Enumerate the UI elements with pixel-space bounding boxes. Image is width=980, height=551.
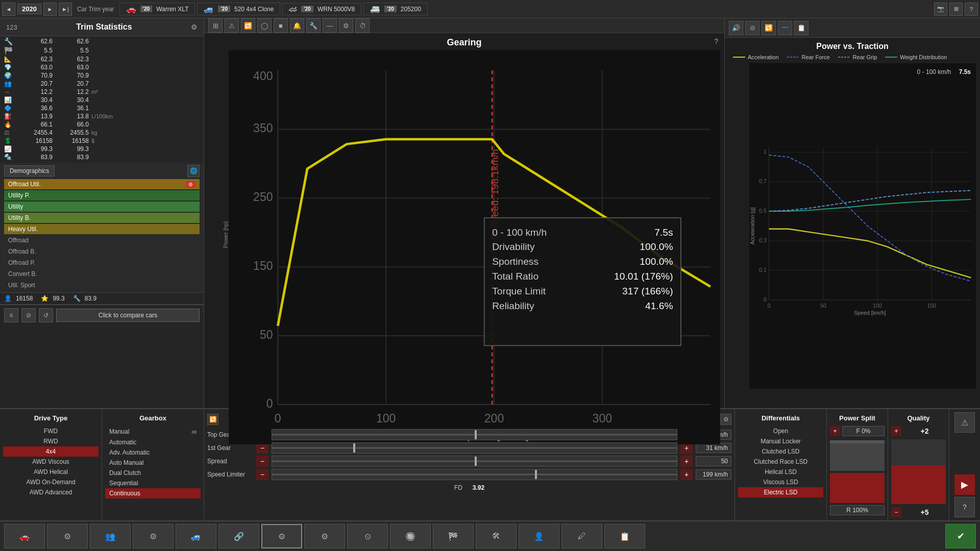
spread-slider[interactable]: [272, 456, 677, 467]
footer-btn-trim[interactable]: ⚙: [133, 524, 174, 548]
next-btn[interactable]: ►: [43, 3, 57, 16]
footer-btn-brakes[interactable]: 🏁: [433, 524, 474, 548]
layout-btn[interactable]: ⊞: [949, 3, 963, 16]
drive-awd-advanced[interactable]: AWD Advanced: [3, 487, 99, 497]
right-tb-3[interactable]: 🔁: [762, 21, 776, 35]
quality-bar: [891, 439, 946, 504]
no-action-btn[interactable]: ⊘: [21, 308, 36, 322]
top-gear-slider[interactable]: [272, 429, 677, 440]
center-tb-2[interactable]: ⚠: [225, 18, 239, 33]
car-2[interactable]: 🚙 '20 520 4x4 Clone: [197, 3, 280, 15]
footer-btn-drive[interactable]: ⚙: [261, 524, 302, 548]
footer-btn-gears[interactable]: ⚙: [304, 524, 345, 548]
stat-icon-0: 🔧: [4, 37, 16, 45]
quality-minus-bottom[interactable]: −: [891, 507, 901, 517]
demo-item-offroad[interactable]: Offroad: [4, 235, 200, 245]
footer-btn-interior[interactable]: 👤: [519, 524, 559, 548]
diff-clutched-race-lsd[interactable]: Clutched Race LSD: [738, 457, 823, 467]
diff-manual-locker[interactable]: Manual Locker: [738, 436, 823, 446]
footer-btn-engine[interactable]: ⚙: [47, 524, 88, 548]
gear-sequential[interactable]: Sequential: [105, 478, 201, 488]
stat-val1-14: 83.9: [17, 154, 53, 161]
footer-btn-car[interactable]: 🚗: [4, 524, 45, 548]
demo-item-offroad-util[interactable]: Offroad Util. ⚙: [4, 179, 200, 189]
demo-item-utility-b[interactable]: Utility B.: [4, 213, 200, 223]
gear-manual[interactable]: Manual ∞: [105, 426, 201, 437]
gear-auto-manual[interactable]: Auto Manual: [105, 458, 201, 468]
diff-open[interactable]: Open: [738, 426, 823, 436]
demo-item-utility[interactable]: Utility: [4, 202, 200, 212]
gear-automatic[interactable]: Automatic: [105, 437, 201, 447]
speed-limiter-minus[interactable]: −: [256, 469, 268, 480]
trim-title: Trim Statistics: [21, 22, 187, 32]
speed-limiter-slider[interactable]: [272, 469, 677, 480]
center-tb-7[interactable]: 🔧: [306, 18, 321, 33]
footer-btn-costs[interactable]: 📋: [604, 524, 645, 548]
drive-4x4[interactable]: 4x4: [3, 446, 99, 457]
demo-item-offroad-b[interactable]: Offroad B.: [4, 246, 200, 257]
compare-btn[interactable]: Click to compare cars: [56, 309, 200, 322]
drive-awd-viscous[interactable]: AWD Viscous: [3, 457, 99, 467]
diff-clutched-lsd[interactable]: Clutched LSD: [738, 446, 823, 457]
demo-item-heavy-util[interactable]: Heavy Util.: [4, 224, 200, 234]
year-display: 2020: [17, 4, 41, 14]
reset-action-btn[interactable]: ↺: [39, 308, 53, 322]
warning-icon-btn[interactable]: ⚠: [954, 412, 975, 433]
first-gear-slider[interactable]: [272, 442, 677, 454]
demo-item-utility-p[interactable]: Utility P.: [4, 190, 200, 201]
right-tb-1[interactable]: 🔊: [729, 21, 743, 35]
drive-awd-helical[interactable]: AWD Helical: [3, 467, 99, 477]
drive-awd-ondemand[interactable]: AWD On-Demand: [3, 477, 99, 487]
speed-limiter-plus[interactable]: +: [680, 469, 693, 480]
car-3[interactable]: 🏎 '20 WRN 5000V8: [282, 3, 361, 15]
right-tb-2[interactable]: ⊘: [745, 21, 760, 35]
screenshot-btn[interactable]: 📷: [934, 3, 947, 16]
demo-item-offroad-p[interactable]: Offroad P.: [4, 258, 200, 268]
gear-adv-automatic[interactable]: Adv. Automatic: [105, 447, 201, 458]
center-tb-9[interactable]: ⚙: [339, 18, 353, 33]
legend-acceleration: Acceleration: [733, 54, 779, 60]
footer-btn-tech[interactable]: 🖊: [561, 524, 602, 548]
drive-rwd[interactable]: RWD: [3, 436, 99, 446]
svg-text:Speed [km/h]: Speed [km/h]: [854, 310, 886, 316]
drive-fwd[interactable]: FWD: [3, 426, 99, 436]
prev-btn[interactable]: ◄: [2, 3, 15, 16]
diff-viscous-lsd[interactable]: Viscous LSD: [738, 477, 823, 487]
footer-btn-suspension[interactable]: 🔘: [390, 524, 431, 548]
center-tb-3[interactable]: 🔁: [241, 18, 255, 33]
right-tb-4[interactable]: 〰: [778, 21, 792, 35]
stat-row-7: 📊 30.4 30.4: [4, 96, 200, 104]
help-circle-btn[interactable]: ?: [954, 497, 975, 517]
center-tb-1[interactable]: ⊞: [208, 18, 223, 33]
nav-right-btn[interactable]: ▶: [954, 474, 975, 495]
gearing-help-btn[interactable]: ?: [714, 37, 718, 45]
footer-btn-wheels[interactable]: ⊙: [347, 524, 388, 548]
demo-item-convert-b[interactable]: Convert B.: [4, 269, 200, 279]
diff-helical-lsd[interactable]: Helical LSD: [738, 467, 823, 477]
center-tb-5[interactable]: ■: [274, 18, 288, 33]
quality-plus-top[interactable]: +: [891, 426, 901, 436]
next2-btn[interactable]: ►|: [59, 3, 72, 16]
globe-btn[interactable]: 🌐: [187, 165, 200, 177]
svg-text:0: 0: [768, 303, 771, 309]
diff-electric-lsd[interactable]: Electric LSD: [738, 487, 823, 497]
car-1[interactable]: 🚗 '20 Warren XLT: [119, 3, 195, 15]
list-action-btn[interactable]: ≡: [4, 308, 18, 322]
help-btn[interactable]: ?: [965, 3, 978, 16]
demo-item-util-sport[interactable]: Util. Sport: [4, 280, 200, 290]
footer-btn-confirm[interactable]: ✔: [945, 524, 976, 548]
center-tb-6[interactable]: 🔔: [290, 18, 304, 33]
footer-btn-body[interactable]: 👥: [90, 524, 131, 548]
right-tb-5[interactable]: 📋: [794, 21, 808, 35]
gear-dual-clutch[interactable]: Dual Clutch: [105, 468, 201, 478]
car-4[interactable]: 🚐 '20 205200: [363, 3, 428, 15]
gear-continuous[interactable]: Continuous: [105, 488, 201, 498]
settings-icon[interactable]: ⚙: [191, 23, 198, 31]
footer-btn-aero[interactable]: 🚙: [176, 524, 216, 548]
center-tb-10[interactable]: ⏱: [355, 18, 370, 33]
center-tb-8[interactable]: —: [323, 18, 337, 33]
split-f-plus[interactable]: +: [830, 426, 840, 436]
center-tb-4[interactable]: ◯: [257, 18, 272, 33]
footer-btn-safety[interactable]: 🛠: [476, 524, 517, 548]
footer-btn-chassis[interactable]: 🔗: [218, 524, 259, 548]
